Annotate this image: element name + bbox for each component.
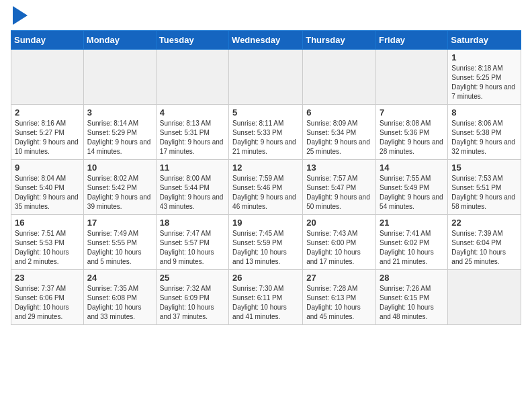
calendar-day-cell: 20Sunrise: 7:43 AM Sunset: 6:00 PM Dayli… — [303, 215, 376, 270]
calendar-day-cell: 6Sunrise: 8:09 AM Sunset: 5:34 PM Daylig… — [303, 105, 376, 160]
calendar-day-cell: 12Sunrise: 7:59 AM Sunset: 5:46 PM Dayli… — [229, 160, 303, 215]
calendar-day-cell: 9Sunrise: 8:04 AM Sunset: 5:40 PM Daylig… — [11, 160, 84, 215]
day-info: Sunrise: 7:32 AM Sunset: 6:09 PM Dayligh… — [160, 284, 225, 322]
calendar-week-row: 16Sunrise: 7:51 AM Sunset: 5:53 PM Dayli… — [11, 215, 521, 270]
day-info: Sunrise: 8:09 AM Sunset: 5:34 PM Dayligh… — [306, 119, 372, 156]
calendar-day-cell: 28Sunrise: 7:26 AM Sunset: 6:15 PM Dayli… — [376, 270, 448, 325]
logo — [11, 11, 28, 25]
day-info: Sunrise: 8:00 AM Sunset: 5:44 PM Dayligh… — [160, 174, 225, 212]
calendar-day-cell: 4Sunrise: 8:13 AM Sunset: 5:31 PM Daylig… — [156, 105, 228, 160]
calendar-day-cell: 17Sunrise: 7:49 AM Sunset: 5:55 PM Dayli… — [83, 215, 156, 270]
day-number: 5 — [232, 107, 299, 118]
day-number: 20 — [306, 218, 372, 228]
day-number: 19 — [232, 218, 299, 228]
calendar-day-cell — [83, 50, 156, 105]
calendar-day-cell: 18Sunrise: 7:47 AM Sunset: 5:57 PM Dayli… — [156, 215, 228, 270]
day-info: Sunrise: 8:08 AM Sunset: 5:36 PM Dayligh… — [380, 119, 444, 156]
calendar-day-cell: 15Sunrise: 7:53 AM Sunset: 5:51 PM Dayli… — [448, 160, 521, 215]
day-info: Sunrise: 7:26 AM Sunset: 6:15 PM Dayligh… — [380, 284, 444, 322]
day-number: 28 — [380, 273, 444, 283]
calendar-day-cell: 3Sunrise: 8:14 AM Sunset: 5:29 PM Daylig… — [83, 105, 156, 160]
day-number: 10 — [87, 163, 152, 173]
calendar-day-cell: 27Sunrise: 7:28 AM Sunset: 6:13 PM Dayli… — [303, 270, 376, 325]
calendar-day-cell — [229, 50, 303, 105]
col-friday: Friday — [376, 31, 448, 50]
calendar-day-cell: 7Sunrise: 8:08 AM Sunset: 5:36 PM Daylig… — [376, 105, 448, 160]
day-info: Sunrise: 7:45 AM Sunset: 5:59 PM Dayligh… — [232, 229, 299, 267]
day-info: Sunrise: 8:13 AM Sunset: 5:31 PM Dayligh… — [160, 119, 225, 156]
day-number: 27 — [306, 273, 372, 283]
page: Sunday Monday Tuesday Wednesday Thursday… — [0, 0, 532, 336]
day-info: Sunrise: 8:16 AM Sunset: 5:27 PM Dayligh… — [15, 119, 80, 156]
day-info: Sunrise: 7:41 AM Sunset: 6:02 PM Dayligh… — [380, 229, 444, 267]
calendar-day-cell: 5Sunrise: 8:11 AM Sunset: 5:33 PM Daylig… — [229, 105, 303, 160]
calendar-day-cell: 8Sunrise: 8:06 AM Sunset: 5:38 PM Daylig… — [448, 105, 521, 160]
col-thursday: Thursday — [303, 31, 376, 50]
col-tuesday: Tuesday — [156, 31, 228, 50]
day-number: 26 — [232, 273, 299, 283]
col-monday: Monday — [83, 31, 156, 50]
day-info: Sunrise: 8:02 AM Sunset: 5:42 PM Dayligh… — [87, 174, 152, 212]
day-number: 1 — [451, 52, 517, 62]
day-number: 9 — [15, 163, 80, 173]
day-number: 17 — [87, 218, 152, 228]
calendar-week-row: 9Sunrise: 8:04 AM Sunset: 5:40 PM Daylig… — [11, 160, 521, 215]
day-info: Sunrise: 7:57 AM Sunset: 5:47 PM Dayligh… — [306, 174, 372, 212]
calendar-day-cell — [448, 270, 521, 325]
day-number: 23 — [15, 273, 80, 283]
calendar-header-row: Sunday Monday Tuesday Wednesday Thursday… — [11, 31, 521, 50]
calendar-day-cell: 24Sunrise: 7:35 AM Sunset: 6:08 PM Dayli… — [83, 270, 156, 325]
day-number: 2 — [15, 107, 80, 118]
day-number: 21 — [380, 218, 444, 228]
day-info: Sunrise: 7:37 AM Sunset: 6:06 PM Dayligh… — [15, 284, 80, 322]
day-info: Sunrise: 7:55 AM Sunset: 5:49 PM Dayligh… — [380, 174, 444, 212]
calendar-day-cell: 19Sunrise: 7:45 AM Sunset: 5:59 PM Dayli… — [229, 215, 303, 270]
calendar-day-cell: 21Sunrise: 7:41 AM Sunset: 6:02 PM Dayli… — [376, 215, 448, 270]
day-info: Sunrise: 7:51 AM Sunset: 5:53 PM Dayligh… — [15, 229, 80, 267]
calendar-day-cell: 10Sunrise: 8:02 AM Sunset: 5:42 PM Dayli… — [83, 160, 156, 215]
day-info: Sunrise: 8:18 AM Sunset: 5:25 PM Dayligh… — [451, 64, 517, 101]
day-info: Sunrise: 7:53 AM Sunset: 5:51 PM Dayligh… — [451, 174, 517, 212]
calendar-week-row: 1Sunrise: 8:18 AM Sunset: 5:25 PM Daylig… — [11, 50, 521, 105]
day-number: 6 — [306, 107, 372, 118]
calendar-day-cell: 16Sunrise: 7:51 AM Sunset: 5:53 PM Dayli… — [11, 215, 84, 270]
day-info: Sunrise: 7:43 AM Sunset: 6:00 PM Dayligh… — [306, 229, 372, 267]
day-number: 16 — [15, 218, 80, 228]
col-wednesday: Wednesday — [229, 31, 303, 50]
day-number: 14 — [380, 163, 444, 173]
calendar-day-cell: 22Sunrise: 7:39 AM Sunset: 6:04 PM Dayli… — [448, 215, 521, 270]
day-info: Sunrise: 8:11 AM Sunset: 5:33 PM Dayligh… — [232, 119, 299, 156]
col-sunday: Sunday — [11, 31, 84, 50]
calendar-day-cell: 13Sunrise: 7:57 AM Sunset: 5:47 PM Dayli… — [303, 160, 376, 215]
calendar-day-cell — [303, 50, 376, 105]
day-info: Sunrise: 7:35 AM Sunset: 6:08 PM Dayligh… — [87, 284, 152, 322]
calendar-day-cell: 2Sunrise: 8:16 AM Sunset: 5:27 PM Daylig… — [11, 105, 84, 160]
day-info: Sunrise: 7:49 AM Sunset: 5:55 PM Dayligh… — [87, 229, 152, 267]
col-saturday: Saturday — [448, 31, 521, 50]
calendar-day-cell: 11Sunrise: 8:00 AM Sunset: 5:44 PM Dayli… — [156, 160, 228, 215]
header — [11, 11, 521, 25]
day-number: 7 — [380, 107, 444, 118]
day-number: 8 — [451, 107, 517, 118]
calendar-day-cell: 25Sunrise: 7:32 AM Sunset: 6:09 PM Dayli… — [156, 270, 228, 325]
day-info: Sunrise: 8:14 AM Sunset: 5:29 PM Dayligh… — [87, 119, 152, 156]
calendar-day-cell: 14Sunrise: 7:55 AM Sunset: 5:49 PM Dayli… — [376, 160, 448, 215]
day-number: 18 — [160, 218, 225, 228]
calendar-week-row: 23Sunrise: 7:37 AM Sunset: 6:06 PM Dayli… — [11, 270, 521, 325]
day-number: 3 — [87, 107, 152, 118]
day-number: 12 — [232, 163, 299, 173]
calendar-day-cell — [11, 50, 84, 105]
calendar-day-cell: 26Sunrise: 7:30 AM Sunset: 6:11 PM Dayli… — [229, 270, 303, 325]
day-number: 11 — [160, 163, 225, 173]
day-number: 4 — [160, 107, 225, 118]
calendar-table: Sunday Monday Tuesday Wednesday Thursday… — [11, 30, 521, 325]
logo-arrow-icon — [13, 6, 28, 25]
day-number: 22 — [451, 218, 517, 228]
day-number: 15 — [451, 163, 517, 173]
calendar-day-cell: 23Sunrise: 7:37 AM Sunset: 6:06 PM Dayli… — [11, 270, 84, 325]
day-info: Sunrise: 7:30 AM Sunset: 6:11 PM Dayligh… — [232, 284, 299, 322]
day-number: 13 — [306, 163, 372, 173]
day-info: Sunrise: 7:59 AM Sunset: 5:46 PM Dayligh… — [232, 174, 299, 212]
day-number: 24 — [87, 273, 152, 283]
day-info: Sunrise: 7:28 AM Sunset: 6:13 PM Dayligh… — [306, 284, 372, 322]
